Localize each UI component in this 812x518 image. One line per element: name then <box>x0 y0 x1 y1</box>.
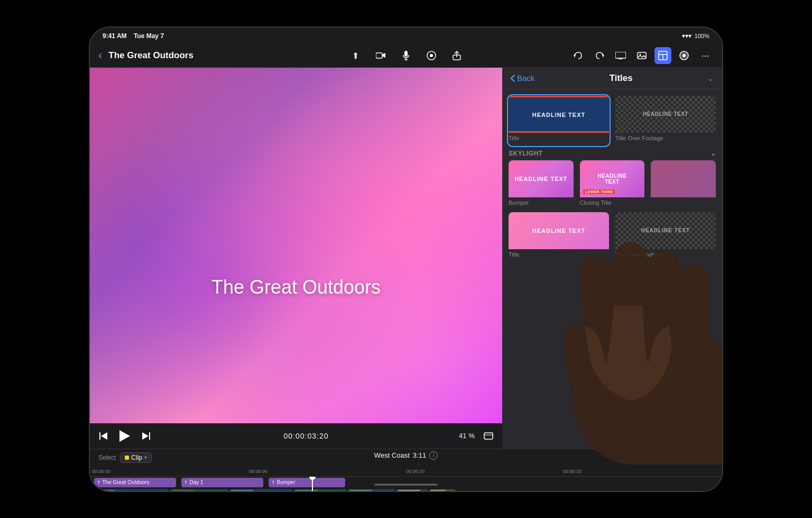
svg-rect-25 <box>484 433 493 439</box>
video-clip-mossy[interactable]: 🎥 Mossy Tree <box>170 489 228 492</box>
title-clip-bumper[interactable]: T Bumper <box>269 478 345 487</box>
share-button[interactable] <box>448 47 465 64</box>
status-time: 9:41 AM Tue May 7 <box>103 32 164 40</box>
title-card-name-skylight-title: Title <box>509 249 609 262</box>
video-clip-6[interactable] <box>396 489 428 492</box>
skylight-collapse-icon[interactable]: ⌄ <box>710 150 716 157</box>
expand-button[interactable]: ⌄ <box>707 74 714 83</box>
clip-thumb-7 <box>430 490 446 492</box>
title-thumb-footage: HEADLINE TEXT <box>615 96 716 133</box>
upload-button[interactable]: ⬆ <box>347 47 364 64</box>
ruler-0: 00:00:00 <box>92 469 249 475</box>
title-card-lower-third[interactable] <box>651 160 716 210</box>
main-toolbar: ‹ The Great Outdoors ⬆ <box>90 44 722 68</box>
svg-point-19 <box>682 54 686 57</box>
titles-scroll-area[interactable]: HEADLINE TEXT Title HEADLINE TEXT Title … <box>502 89 722 449</box>
track-titles: T The Great Outdoors T Day 1 T Bumper <box>90 477 722 488</box>
title-thumb-closing: HEADLINE TEXT LOWER THIRD <box>580 160 645 197</box>
title-card-name-closing: Closing Title <box>580 197 645 210</box>
svg-point-6 <box>430 54 433 57</box>
video-clip-5[interactable] <box>348 489 395 492</box>
voiceover-button[interactable] <box>423 47 440 64</box>
titles-skylight-row-1: HEADLINE TEXT Bumper HEADLINE TEXT LOWER… <box>509 160 716 210</box>
status-right: ▾▾▾ 100% <box>682 32 709 40</box>
ruler-2: 00:00:10 <box>406 469 563 475</box>
timeline-ruler: 00:00:00 00:00:05 00:00:10 00:00:15 <box>90 466 722 477</box>
play-button[interactable] <box>117 429 132 443</box>
svg-rect-20 <box>99 432 100 440</box>
svg-marker-22 <box>119 430 130 442</box>
camera-button[interactable] <box>372 47 389 64</box>
redo-button[interactable] <box>591 47 608 64</box>
playhead[interactable] <box>312 477 313 492</box>
title-card-name-skylight-footage: Title Over Footage <box>615 249 716 262</box>
clip-thumb-brook <box>294 490 318 492</box>
title-card-closing[interactable]: HEADLINE TEXT LOWER THIRD Closing Title <box>580 160 645 210</box>
title-card-skylight-title[interactable]: HEADLINE TEXT Title <box>509 212 609 262</box>
titles-header: Back Titles ⌄ <box>502 68 722 89</box>
video-panel: The Great Outdoors <box>90 68 502 449</box>
clip-thumb-5 <box>348 490 372 492</box>
clip-thumb-6 <box>397 490 420 492</box>
fullscreen-button[interactable] <box>481 429 496 443</box>
zoom-control[interactable]: 41 % <box>459 432 475 440</box>
video-clip-7[interactable] <box>429 489 456 492</box>
svg-rect-13 <box>638 52 646 59</box>
settings-button[interactable] <box>676 47 693 64</box>
more-button[interactable]: ··· <box>697 47 714 64</box>
svg-rect-2 <box>404 51 408 57</box>
display-button[interactable] <box>612 47 629 64</box>
titles-heading: Titles <box>539 73 703 84</box>
clip-badge[interactable]: Clip ▾ <box>120 452 152 463</box>
svg-marker-9 <box>603 53 604 58</box>
clip-thumb-mossy <box>171 490 194 492</box>
video-clip-water[interactable]: Running Water 2 <box>229 489 293 492</box>
mic-button[interactable] <box>398 47 414 64</box>
title-card-title[interactable]: HEADLINE TEXT Title <box>509 96 609 146</box>
title-card-name-title: Title <box>509 133 609 146</box>
svg-point-14 <box>640 54 641 56</box>
svg-rect-0 <box>376 53 382 58</box>
title-card-footage[interactable]: HEADLINE TEXT Title Over Footage <box>615 96 716 146</box>
title-thumb-skylight-footage: HEADLINE TEXT <box>615 212 716 249</box>
title-card-bumper[interactable]: HEADLINE TEXT Bumper <box>509 160 574 210</box>
status-bar: 9:41 AM Tue May 7 ▾▾▾ 100% <box>90 28 722 44</box>
back-button[interactable]: ‹ <box>98 49 102 62</box>
video-title-overlay: The Great Outdoors <box>211 276 381 298</box>
photos-button[interactable] <box>633 47 650 64</box>
svg-marker-24 <box>142 432 149 440</box>
svg-rect-23 <box>149 432 150 440</box>
video-preview: The Great Outdoors <box>90 68 502 423</box>
clip-dropdown-icon: ▾ <box>144 455 147 460</box>
titles-panel: Back Titles ⌄ HEADLINE TEXT Title <box>502 68 722 449</box>
info-icon[interactable]: i <box>429 451 438 460</box>
title-clip-outdoors[interactable]: T The Great Outdoors <box>94 478 176 487</box>
title-card-name-bumper: Bumper <box>509 197 574 210</box>
undo-button[interactable] <box>570 47 587 64</box>
svg-rect-10 <box>615 52 626 58</box>
select-label: Select <box>98 454 116 461</box>
ruler-3: 00:00:15 <box>563 469 720 475</box>
skip-back-button[interactable] <box>96 429 111 443</box>
title-card-skylight-footage[interactable]: HEADLINE TEXT Title Over Footage <box>615 212 716 262</box>
title-thumb-bumper: HEADLINE TEXT <box>509 160 574 197</box>
timeline-project-info: West Coast 3:11 i <box>374 451 438 460</box>
titles-back-button[interactable]: Back <box>511 74 534 83</box>
main-content: The Great Outdoors <box>90 68 722 449</box>
ruler-1: 00:00:05 <box>249 469 406 475</box>
skip-forward-button[interactable] <box>139 429 153 443</box>
timeline-toolbar: Select Clip ▾ West Coast 3:11 i <box>90 449 722 466</box>
clip-thumb-water <box>230 490 253 492</box>
browser-button[interactable] <box>654 47 671 64</box>
toolbar-right: ··· <box>472 47 714 64</box>
toolbar-center: ⬆ <box>347 47 465 64</box>
wifi-icon: ▾▾▾ <box>682 32 691 40</box>
battery-icon: 100% <box>695 33 709 39</box>
video-clip-brook[interactable]: Brook <box>294 489 347 492</box>
svg-marker-8 <box>574 53 575 58</box>
title-thumb-lower-third <box>651 160 716 197</box>
title-clip-day1[interactable]: T Day 1 <box>181 478 263 487</box>
video-clip-helicopter[interactable]: Helicopter <box>91 489 169 492</box>
toolbar-left: ‹ The Great Outdoors <box>98 49 340 62</box>
title-thumb-standard: HEADLINE TEXT <box>509 96 609 133</box>
